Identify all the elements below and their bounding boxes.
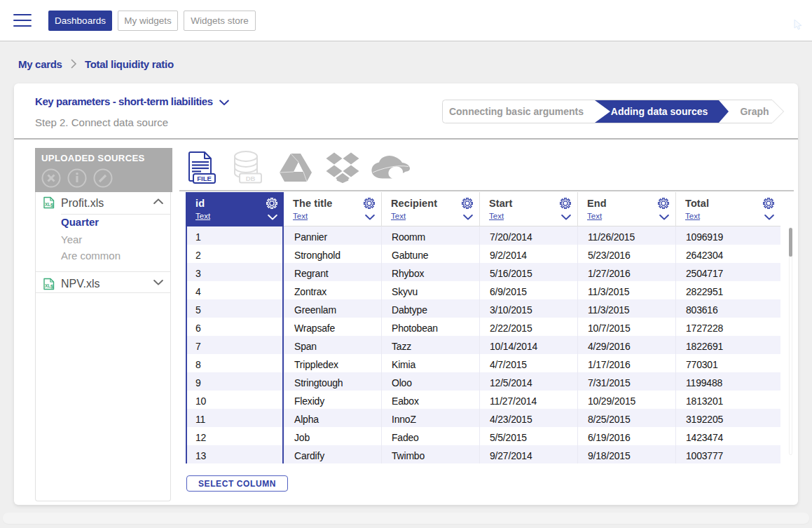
svg-text:Adding data sources: Adding data sources	[611, 106, 708, 117]
svg-text:Connecting basic arguments: Connecting basic arguments	[449, 106, 584, 117]
svg-text:DB: DB	[246, 175, 256, 182]
svg-text:FILE: FILE	[197, 175, 212, 182]
svg-text:Graph: Graph	[740, 106, 769, 117]
